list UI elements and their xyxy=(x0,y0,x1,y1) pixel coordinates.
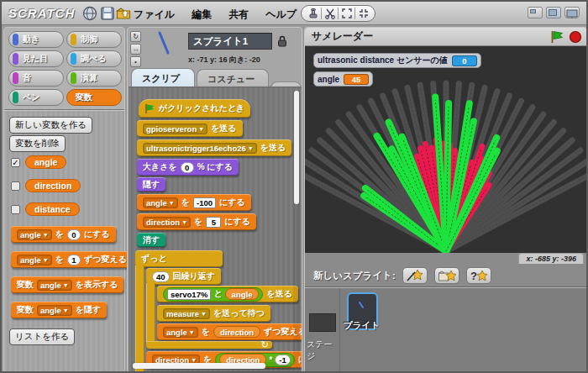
stage-label: ステージ xyxy=(307,339,339,362)
flip-style-icon[interactable]: ↔ xyxy=(130,44,141,55)
set-size-block[interactable]: 大きさを 0 % にする xyxy=(137,159,239,176)
script-area[interactable]: がクリックされたとき gpioserveron▼ を送る ultrasonict… xyxy=(129,87,302,372)
category-pen[interactable]: ペン xyxy=(8,89,64,106)
forever-block[interactable]: ずっと xyxy=(135,250,223,267)
svg-text:?: ? xyxy=(470,270,477,282)
category-buttons: 動き 制御 見た目 調べる 音 演算 ペン 変数 xyxy=(4,28,124,111)
watcher-angle[interactable]: angle 45 xyxy=(313,71,373,87)
grow-sprite-icon[interactable] xyxy=(339,7,354,20)
menu-share[interactable]: 共有 xyxy=(228,8,249,22)
menu-items: ファイル 編集 共有 ヘルプ xyxy=(134,8,297,22)
stage[interactable]: ultrasonic distance センサーの値 0 angle 45 xyxy=(305,46,587,253)
watcher-checkbox-direction[interactable] xyxy=(11,181,20,191)
repeat-bottom[interactable]: ↻ xyxy=(146,341,272,349)
sprite-thumbnail[interactable] xyxy=(146,29,183,58)
set-direction-block[interactable]: direction▼ を 5 にする xyxy=(137,213,256,230)
set-angle-block[interactable]: angle▼ を -100 にする xyxy=(137,194,251,211)
category-sensing[interactable]: 調べる xyxy=(66,50,122,67)
normal-stage-icon[interactable] xyxy=(546,7,561,18)
when-flag-clicked-block[interactable]: がクリックされたとき xyxy=(139,99,250,118)
script-vertical-scrollbar[interactable] xyxy=(293,91,300,368)
broadcast-wait-block[interactable]: measure▼ を送って待つ xyxy=(157,305,270,322)
small-stage-icon[interactable] xyxy=(528,7,543,18)
broadcast-ultrasonic-block[interactable]: ultrasonictrigger16echo26▼ を送る xyxy=(137,139,291,156)
watcher-checkbox-angle[interactable]: ✓ xyxy=(11,158,20,167)
pen-clear-block[interactable]: 消す xyxy=(137,233,165,247)
category-motion[interactable]: 動き xyxy=(8,31,64,48)
presentation-mode-icon[interactable] xyxy=(564,7,580,18)
variable-row-direction: direction xyxy=(11,179,81,192)
palette-hide-variable-block[interactable]: 変数 angle▼ を隠す xyxy=(11,302,107,318)
cursor-toolbar xyxy=(301,5,375,22)
variable-reporter-distance[interactable]: distance xyxy=(25,202,80,216)
menu-edit[interactable]: 編集 xyxy=(192,8,212,22)
sprite-editor-panel: ↻ ↔ • スプライト1 x: -71 y: 16 向き: -20 スクリプト … xyxy=(127,27,302,373)
menu-help[interactable]: ヘルプ xyxy=(265,8,297,22)
sprite1-label: プライト xyxy=(344,320,380,332)
variable-row-distance: distance xyxy=(11,202,80,216)
category-sound[interactable]: 音 xyxy=(8,70,64,87)
duplicate-icon[interactable] xyxy=(305,7,321,20)
repeat-spine[interactable] xyxy=(146,283,155,341)
stage-thumbnail[interactable] xyxy=(309,313,336,332)
menu-file[interactable]: ファイル xyxy=(134,8,175,22)
repeat-block[interactable]: 40 回繰り返す xyxy=(146,268,221,285)
mouse-coordinates: x: -685 y: -396 xyxy=(518,253,584,264)
menu-bar: SCRATCH ファイル 編集 共有 ヘルプ xyxy=(2,2,586,25)
angle-reporter[interactable]: angle xyxy=(225,288,260,300)
rotation-style-buttons: ↻ ↔ • xyxy=(130,31,141,67)
green-flag-button[interactable] xyxy=(550,30,564,44)
variable-row-angle: ✓ angle xyxy=(11,155,66,169)
sprite-list: ステージ プライト xyxy=(305,286,587,373)
block-palette-panel: 動き 制御 見た目 調べる 音 演算 ペン 変数 新しい変数を作る 変数を削除 … xyxy=(3,27,125,373)
broadcast-gpioserveron-block[interactable]: gpioserveron▼ を送る xyxy=(137,120,243,137)
forever-spine[interactable] xyxy=(135,265,144,372)
lock-icon[interactable] xyxy=(277,35,287,47)
variable-reporter-angle[interactable]: angle xyxy=(25,155,66,169)
no-rotate-style-icon[interactable]: • xyxy=(130,56,141,67)
delete-variable-button[interactable]: 変数を削除 xyxy=(9,135,66,152)
new-sprite-bar: 新しいスプライト: ? xyxy=(305,265,587,286)
sprite-coordinates: x: -71 y: 16 向き: -20 xyxy=(188,55,260,66)
palette-show-variable-block[interactable]: 変数 angle▼ を表示する xyxy=(11,276,123,293)
import-sprite-icon[interactable] xyxy=(434,267,459,284)
make-list-button[interactable]: リストを作る xyxy=(9,328,75,345)
share-icon[interactable] xyxy=(116,6,131,21)
shrink-sprite-icon[interactable] xyxy=(355,7,371,20)
new-sprite-label: 新しいスプライト: xyxy=(313,270,396,282)
stage-header: サメレーダー xyxy=(305,28,587,46)
category-variables[interactable]: 変数 xyxy=(66,89,122,106)
script-horizontal-scrollbar[interactable] xyxy=(131,362,292,370)
palette-set-variable-block[interactable]: angle▼ を 0 にする xyxy=(11,226,116,243)
watcher-ultrasonic[interactable]: ultrasonic distance センサーの値 0 xyxy=(313,53,481,68)
green-flag-icon xyxy=(144,103,155,114)
palette-change-variable-block[interactable]: angle▼ を 1 ずつ変える xyxy=(11,251,133,268)
category-looks[interactable]: 見た目 xyxy=(8,50,64,67)
surprise-sprite-icon[interactable]: ? xyxy=(466,267,491,284)
scratch-window: SCRATCH ファイル 編集 共有 ヘルプ xyxy=(0,0,588,373)
save-icon[interactable] xyxy=(100,6,115,21)
scratch-logo: SCRATCH xyxy=(8,6,75,20)
language-globe-icon[interactable] xyxy=(82,6,97,21)
stage-column: ステージ xyxy=(305,288,340,373)
watcher-checkbox-distance[interactable] xyxy=(11,205,20,214)
category-control[interactable]: 制御 xyxy=(66,31,122,48)
hide-block[interactable]: 隠す xyxy=(137,177,165,192)
rotate-style-icon[interactable]: ↻ xyxy=(130,31,141,42)
stop-button[interactable] xyxy=(569,30,582,44)
make-variable-button[interactable]: 新しい変数を作る xyxy=(9,117,92,134)
join-operator[interactable]: servo17% と angle xyxy=(163,287,263,302)
broadcast-join-block[interactable]: servo17% と angle を送る xyxy=(157,286,298,302)
view-mode-buttons xyxy=(528,7,580,18)
scissors-icon[interactable] xyxy=(322,7,338,20)
sprite-name-field[interactable]: スプライト1 xyxy=(188,33,272,50)
stage-panel: サメレーダー ultrasonic distance センサーの値 0 angl… xyxy=(304,27,588,373)
category-operators[interactable]: 演算 xyxy=(66,70,122,87)
project-title: サメレーダー xyxy=(312,29,550,44)
variable-reporter-direction[interactable]: direction xyxy=(25,179,81,192)
paint-new-sprite-icon[interactable] xyxy=(402,267,428,284)
change-angle-block[interactable]: angle▼ を direction ずつ変える xyxy=(157,323,302,340)
